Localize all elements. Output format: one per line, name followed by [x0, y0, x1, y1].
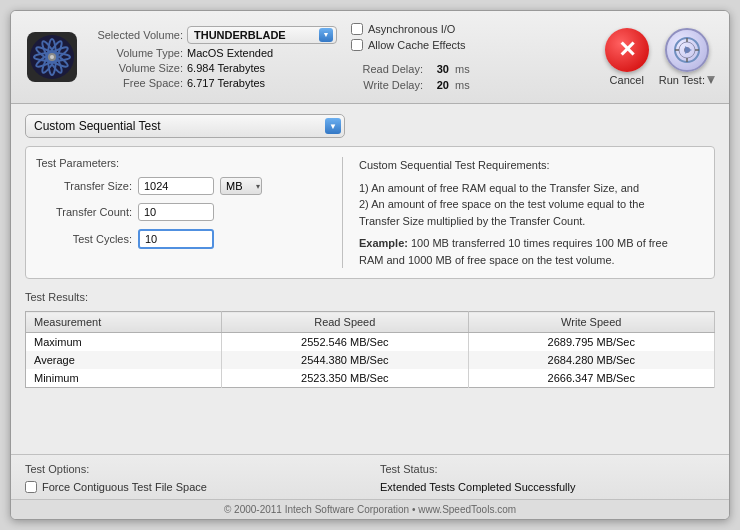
- delay-section: Read Delay: 30 ms Write Delay: 20 ms: [351, 63, 591, 91]
- cell-read: 2544.380 MB/Sec: [222, 351, 468, 369]
- status-title: Test Status:: [380, 463, 715, 475]
- req-line3: Transfer Size multiplied by the Transfer…: [359, 213, 704, 230]
- checkbox-section: Asynchronous I/O Allow Cache Effects: [351, 23, 591, 51]
- table-row: Maximum 2552.546 MB/Sec 2689.795 MB/Sec: [26, 333, 715, 352]
- params-requirements-area: Test Parameters: Transfer Size: MB ▾ Tra…: [25, 146, 715, 279]
- svg-point-9: [50, 55, 54, 59]
- run-test-label-row: Run Test:: [659, 74, 715, 86]
- params-title: Test Parameters:: [36, 157, 326, 169]
- cell-write: 2689.795 MB/Sec: [468, 333, 714, 352]
- action-buttons: Cancel Run Test:: [605, 28, 715, 86]
- cell-measurement: Minimum: [26, 369, 222, 388]
- cell-read: 2552.546 MB/Sec: [222, 333, 468, 352]
- results-title: Test Results:: [25, 291, 715, 303]
- header-section: Selected Volume: THUNDERBLADE Volume Typ…: [11, 11, 729, 104]
- bottom-section: Test Options: Force Contiguous Test File…: [11, 454, 729, 499]
- read-delay-row: Read Delay: 30 ms: [351, 63, 591, 75]
- force-contiguous-row[interactable]: Force Contiguous Test File Space: [25, 481, 360, 493]
- svg-marker-17: [685, 46, 692, 54]
- main-window: Selected Volume: THUNDERBLADE Volume Typ…: [10, 10, 730, 520]
- free-space-row: Free Space: 6.717 Terabytes: [93, 77, 337, 89]
- options-delays-section: Asynchronous I/O Allow Cache Effects Rea…: [351, 23, 591, 91]
- selected-volume-label: Selected Volume:: [93, 29, 183, 41]
- table-row: Minimum 2523.350 MB/Sec 2666.347 MB/Sec: [26, 369, 715, 388]
- options-title: Test Options:: [25, 463, 360, 475]
- transfer-size-label: Transfer Size:: [36, 180, 132, 192]
- volume-size-row: Volume Size: 6.984 Terabytes: [93, 62, 337, 74]
- allow-cache-checkbox[interactable]: [351, 39, 363, 51]
- disk-icon: [25, 30, 79, 84]
- async-io-row[interactable]: Asynchronous I/O: [351, 23, 591, 35]
- allow-cache-row[interactable]: Allow Cache Effects: [351, 39, 591, 51]
- volume-type-row: Volume Type: MacOS Extended: [93, 47, 337, 59]
- req-example: Example: 100 MB transferred 10 times req…: [359, 235, 704, 252]
- volume-select-wrapper[interactable]: THUNDERBLADE: [187, 26, 337, 44]
- example-label: Example:: [359, 237, 408, 249]
- col-read-speed: Read Speed: [222, 312, 468, 333]
- read-delay-value: 30: [429, 63, 449, 75]
- test-cycles-label: Test Cycles:: [36, 233, 132, 245]
- footer-text: © 2000-2011 Intech Software Corporation …: [224, 504, 516, 515]
- test-status: Test Status: Extended Tests Completed Su…: [380, 463, 715, 493]
- cancel-button[interactable]: Cancel: [605, 28, 649, 86]
- free-space-label: Free Space:: [93, 77, 183, 89]
- requirements-title: Custom Sequential Test Requirements:: [359, 157, 704, 174]
- force-contiguous-checkbox[interactable]: [25, 481, 37, 493]
- allow-cache-label: Allow Cache Effects: [368, 39, 466, 51]
- example-text: 100 MB transferred 10 times requires 100…: [408, 237, 668, 249]
- transfer-size-input[interactable]: [138, 177, 214, 195]
- async-io-label: Asynchronous I/O: [368, 23, 455, 35]
- force-contiguous-label: Force Contiguous Test File Space: [42, 481, 207, 493]
- col-write-speed: Write Speed: [468, 312, 714, 333]
- cell-measurement: Maximum: [26, 333, 222, 352]
- async-io-checkbox[interactable]: [351, 23, 363, 35]
- table-header-row: Measurement Read Speed Write Speed: [26, 312, 715, 333]
- test-type-wrapper[interactable]: Custom Sequential Test: [25, 114, 345, 138]
- write-delay-value: 20: [429, 79, 449, 91]
- req-line2: 2) An amount of free space on the test v…: [359, 196, 704, 213]
- req-example2: RAM and 1000 MB of free space on the tes…: [359, 252, 704, 269]
- cancel-icon: [605, 28, 649, 72]
- write-delay-row: Write Delay: 20 ms: [351, 79, 591, 91]
- transfer-size-unit-select[interactable]: MB: [220, 177, 262, 195]
- write-delay-label: Write Delay:: [351, 79, 423, 91]
- read-delay-unit: ms: [455, 63, 470, 75]
- status-value: Extended Tests Completed Successfully: [380, 481, 715, 493]
- read-delay-label: Read Delay:: [351, 63, 423, 75]
- selected-volume-row: Selected Volume: THUNDERBLADE: [93, 26, 337, 44]
- cancel-label: Cancel: [610, 74, 644, 86]
- volume-select[interactable]: THUNDERBLADE: [187, 26, 337, 44]
- transfer-count-input[interactable]: [138, 203, 214, 221]
- run-test-button[interactable]: Run Test:: [659, 28, 715, 86]
- run-test-icon: [665, 28, 709, 72]
- unit-select-wrapper[interactable]: MB ▾: [220, 177, 262, 195]
- requirements-text: Custom Sequential Test Requirements: 1) …: [359, 157, 704, 268]
- volume-type-value: MacOS Extended: [187, 47, 273, 59]
- vertical-divider: [342, 157, 343, 268]
- cell-read: 2523.350 MB/Sec: [222, 369, 468, 388]
- transfer-count-label: Transfer Count:: [36, 206, 132, 218]
- table-row: Average 2544.380 MB/Sec 2684.280 MB/Sec: [26, 351, 715, 369]
- params-section: Test Parameters: Transfer Size: MB ▾ Tra…: [36, 157, 326, 268]
- volume-size-value: 6.984 Terabytes: [187, 62, 265, 74]
- transfer-size-row: Transfer Size: MB ▾: [36, 177, 326, 195]
- body-section: Custom Sequential Test Test Parameters: …: [11, 104, 729, 454]
- cell-measurement: Average: [26, 351, 222, 369]
- run-test-dropdown-arrow-icon: [707, 76, 715, 84]
- test-type-select[interactable]: Custom Sequential Test: [25, 114, 345, 138]
- test-options: Test Options: Force Contiguous Test File…: [25, 463, 360, 493]
- req-line1: 1) An amount of free RAM equal to the Tr…: [359, 180, 704, 197]
- write-delay-unit: ms: [455, 79, 470, 91]
- cell-write: 2666.347 MB/Sec: [468, 369, 714, 388]
- free-space-value: 6.717 Terabytes: [187, 77, 265, 89]
- results-table: Measurement Read Speed Write Speed Maxim…: [25, 311, 715, 388]
- volume-size-label: Volume Size:: [93, 62, 183, 74]
- transfer-count-row: Transfer Count:: [36, 203, 326, 221]
- volume-info: Selected Volume: THUNDERBLADE Volume Typ…: [93, 26, 337, 89]
- col-measurement: Measurement: [26, 312, 222, 333]
- run-test-label: Run Test:: [659, 74, 705, 86]
- cell-write: 2684.280 MB/Sec: [468, 351, 714, 369]
- volume-type-label: Volume Type:: [93, 47, 183, 59]
- footer: © 2000-2011 Intech Software Corporation …: [11, 499, 729, 519]
- test-cycles-input[interactable]: [138, 229, 214, 249]
